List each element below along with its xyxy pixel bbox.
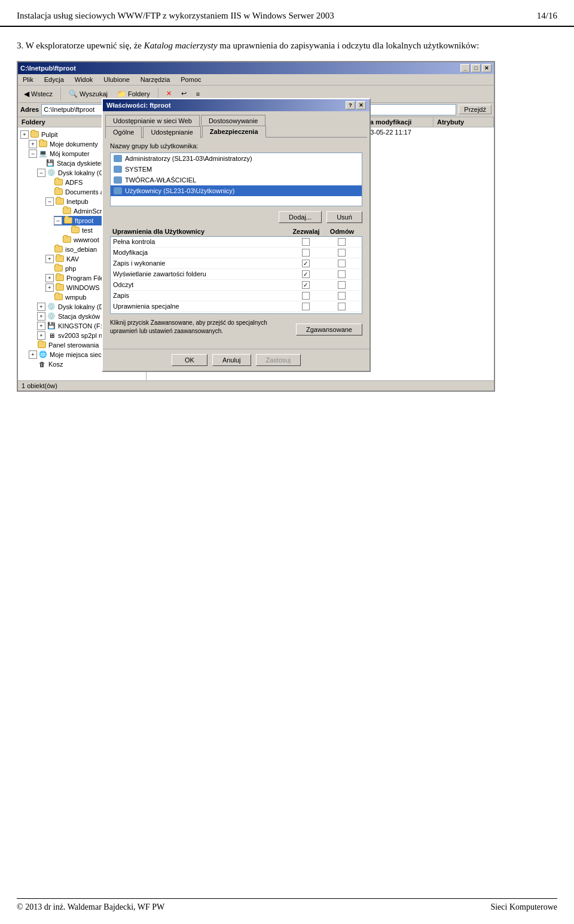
tab-ogolne[interactable]: Ogólne: [105, 126, 142, 138]
menu-pomoc[interactable]: Pomoc: [178, 75, 203, 84]
menu-narzedzia[interactable]: Narzędzia: [138, 75, 173, 84]
checkbox-allow-exec[interactable]: [302, 260, 310, 267]
user-row-users[interactable]: Użytkownicy (SL231-03\Użytkownicy): [111, 185, 362, 196]
expand-dysk-d[interactable]: +: [37, 303, 45, 311]
checkbox-deny-list[interactable]: [338, 270, 346, 278]
dialog-footer: OK Anuluj Zastosuj: [103, 349, 370, 371]
dialog-title-buttons: ? ✕: [346, 101, 366, 109]
expand-sieciowe[interactable]: +: [29, 350, 37, 359]
perm-header-label: Uprawnienia dla Użytkownicy: [112, 228, 288, 235]
perm-allow-full[interactable]: [288, 238, 323, 246]
user-label-creator: TWÓRCA-WŁAŚCICIEL: [125, 176, 196, 184]
perm-label-special: Uprawnienia specjalne: [113, 303, 288, 310]
checkbox-deny-read[interactable]: [338, 281, 346, 289]
checkbox-deny-modify[interactable]: [338, 249, 346, 257]
intro-paragraph: 3. W eksploratorze upewnić się, że Katal…: [17, 39, 557, 53]
users-list[interactable]: Administratorzy (SL231-03\Administratorz…: [110, 153, 362, 206]
expand-sv2003[interactable]: +: [37, 331, 45, 340]
perm-deny-exec[interactable]: [323, 260, 359, 267]
menu-edycja[interactable]: Edycja: [42, 75, 66, 84]
maximize-button[interactable]: □: [471, 64, 481, 72]
back-button[interactable]: ◀ Wstecz: [20, 88, 56, 100]
checkbox-deny-exec[interactable]: [338, 260, 346, 267]
col-attr[interactable]: Atrybuty: [433, 117, 494, 127]
perm-deny-modify[interactable]: [323, 249, 359, 257]
expand-moj-komputer[interactable]: –: [29, 150, 37, 158]
advanced-button[interactable]: Zgawansowane: [296, 324, 362, 336]
perm-row-list: Wyświetlanie zawartości folderu: [111, 269, 362, 280]
expand-inetpub[interactable]: –: [45, 197, 54, 206]
expand-kav[interactable]: +: [45, 255, 54, 263]
expand-ftproot[interactable]: –: [54, 216, 62, 225]
dialog-title-text: Właściwości: ftproot: [106, 102, 171, 109]
remove-button[interactable]: Usuń: [326, 211, 362, 223]
cancel-button[interactable]: Anuluj: [212, 354, 251, 366]
perm-deny-write[interactable]: [323, 292, 359, 300]
perm-allow-modify[interactable]: [288, 249, 323, 257]
checkbox-allow-special[interactable]: [302, 303, 310, 310]
perm-allow-list[interactable]: [288, 270, 323, 278]
group-label: Nazwy grupy lub użytkownika:: [110, 142, 362, 150]
dialog-close-button[interactable]: ✕: [356, 101, 366, 109]
minimize-button[interactable]: _: [460, 64, 470, 72]
checkbox-deny-full[interactable]: [338, 238, 346, 246]
expand-moje-dokumenty[interactable]: +: [29, 140, 37, 148]
file-attr: [433, 132, 494, 133]
explorer-window: C:\Inetpub\ftproot _ □ ✕ Plik Edycja Wid…: [17, 61, 495, 392]
title-bar-controls: _ □ ✕: [460, 64, 491, 72]
expand-pulpit[interactable]: +: [20, 130, 29, 139]
address-label: Adres: [20, 106, 39, 113]
user-icon-admin: [113, 154, 123, 163]
explorer-title-bar: C:\Inetpub\ftproot _ □ ✕: [18, 62, 494, 74]
menu-widok[interactable]: Widok: [72, 75, 96, 84]
perm-deny-special[interactable]: [323, 303, 359, 310]
checkbox-deny-special[interactable]: [338, 303, 346, 310]
label-wmpub: wmpub: [65, 294, 86, 301]
user-row-system[interactable]: SYSTEM: [111, 164, 362, 175]
perm-row-full: Pełna kontrola: [111, 237, 362, 248]
checkbox-allow-read[interactable]: [302, 281, 310, 289]
close-button[interactable]: ✕: [482, 64, 491, 72]
folder-icon-kingston: 💾: [47, 322, 56, 330]
perm-deny-read[interactable]: [323, 281, 359, 289]
page-title: Instalacja usług sieciowych WWW/FTP z wy…: [17, 11, 334, 21]
user-buttons: Dodaj... Usuń: [110, 211, 362, 223]
user-row-admin[interactable]: Administratorzy (SL231-03\Administratorz…: [111, 153, 362, 164]
checkbox-allow-list[interactable]: [302, 270, 310, 278]
add-button[interactable]: Dodaj...: [279, 211, 322, 223]
checkbox-allow-modify[interactable]: [302, 249, 310, 257]
expand-windows[interactable]: +: [45, 283, 54, 292]
checkbox-allow-write[interactable]: [302, 292, 310, 300]
dialog-tabs-row1: Udostępnianie w sieci Web Dostosowywanie: [103, 111, 370, 125]
expand-program-files[interactable]: +: [45, 274, 54, 282]
menu-ulubione[interactable]: Ulubione: [101, 75, 132, 84]
perm-allow-read[interactable]: [288, 281, 323, 289]
perm-deny-list[interactable]: [323, 270, 359, 278]
folder-icon-iso: [54, 245, 63, 254]
checkbox-deny-write[interactable]: [338, 292, 346, 300]
intro-text-before: 3. W eksploratorze upewnić się, że: [17, 41, 144, 50]
tab-web-sharing[interactable]: Udostępnianie w sieci Web: [105, 115, 200, 126]
go-button[interactable]: Przejdź: [459, 105, 491, 114]
tab-zabezpieczenia[interactable]: Zabezpieczenia: [202, 126, 266, 138]
perm-allow-write[interactable]: [288, 292, 323, 300]
label-pulpit: Pulpit: [41, 131, 58, 138]
menu-plik[interactable]: Plik: [20, 75, 36, 84]
expand-dvd[interactable]: +: [37, 312, 45, 321]
ok-button[interactable]: OK: [172, 354, 207, 366]
tab-dostosowywanie[interactable]: Dostosowywanie: [201, 115, 266, 126]
tab-udostepnianie[interactable]: Udostępnianie: [143, 126, 200, 138]
folder-icon-ftproot: [63, 216, 73, 225]
folder-icon-wwwroot: [62, 236, 72, 244]
perm-allow-special[interactable]: [288, 303, 323, 310]
intro-text-after: ma uprawnienia do zapisywania i odczytu …: [218, 41, 480, 50]
apply-button[interactable]: Zastosuj: [256, 354, 301, 366]
perm-allow-exec[interactable]: [288, 260, 323, 267]
user-row-creator[interactable]: TWÓRCA-WŁAŚCICIEL: [111, 175, 362, 185]
expand-kingston[interactable]: +: [37, 322, 45, 330]
expand-dysk-c[interactable]: –: [37, 169, 45, 177]
perm-deny-full[interactable]: [323, 238, 359, 246]
dialog-help-button[interactable]: ?: [346, 101, 355, 109]
label-iso: iso_debian: [65, 246, 97, 253]
checkbox-allow-full[interactable]: [302, 238, 310, 246]
